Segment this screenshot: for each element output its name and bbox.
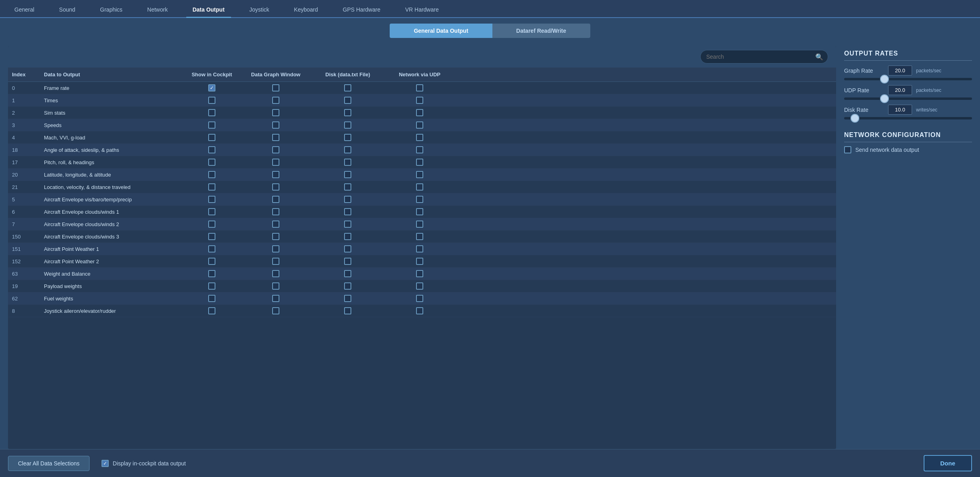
done-button[interactable]: Done — [924, 455, 972, 471]
checkbox-network[interactable] — [416, 109, 423, 116]
tab-data-output[interactable]: Data Output — [186, 3, 231, 18]
checkbox-network[interactable] — [416, 84, 423, 91]
checkbox-disk[interactable] — [344, 97, 351, 104]
graph-rate-input[interactable] — [888, 66, 912, 76]
checkbox-cockpit[interactable] — [208, 245, 215, 252]
tab-joystick[interactable]: Joystick — [243, 3, 276, 18]
tab-graphics[interactable]: Graphics — [94, 3, 129, 18]
checkbox-network[interactable] — [416, 221, 423, 228]
checkbox-graph[interactable] — [272, 171, 279, 178]
checkbox-network[interactable] — [416, 307, 423, 314]
send-network-checkbox[interactable] — [844, 146, 851, 153]
checkbox-network[interactable] — [416, 146, 423, 153]
checkbox-disk[interactable] — [344, 270, 351, 277]
checkbox-disk[interactable] — [344, 171, 351, 178]
checkbox-graph[interactable] — [272, 221, 279, 228]
checkbox-disk[interactable] — [344, 258, 351, 265]
checkbox-cockpit[interactable] — [208, 221, 215, 228]
checkbox-graph[interactable] — [272, 146, 279, 153]
checkbox-graph[interactable] — [272, 307, 279, 314]
checkbox-graph[interactable] — [272, 208, 279, 215]
checkbox-disk[interactable] — [344, 233, 351, 240]
checkbox-graph[interactable] — [272, 245, 279, 252]
subtab-general-data-output[interactable]: General Data Output — [390, 24, 492, 38]
checkbox-cockpit[interactable] — [208, 171, 215, 178]
checkbox-graph[interactable] — [272, 282, 279, 290]
checkbox-cockpit[interactable] — [208, 134, 215, 141]
checkbox-cockpit[interactable] — [208, 183, 215, 191]
checkbox-cockpit[interactable] — [208, 295, 215, 302]
checkbox-network[interactable] — [416, 159, 423, 166]
checkbox-cockpit[interactable] — [208, 282, 215, 290]
checkbox-disk[interactable] — [344, 121, 351, 129]
checkbox-cockpit[interactable] — [208, 146, 215, 153]
checkbox-graph[interactable] — [272, 159, 279, 166]
subtab-dataref-readwrite[interactable]: Dataref Read/Write — [492, 24, 590, 38]
checkbox-cockpit[interactable] — [208, 258, 215, 265]
tab-sound[interactable]: Sound — [53, 3, 82, 18]
checkbox-disk[interactable] — [344, 196, 351, 203]
checkbox-cockpit[interactable] — [208, 208, 215, 215]
checkbox-disk[interactable] — [344, 84, 351, 91]
checkbox-disk[interactable] — [344, 282, 351, 290]
udp-rate-input[interactable] — [888, 85, 912, 95]
disk-rate-slider-thumb[interactable] — [851, 114, 859, 123]
checkbox-cockpit[interactable] — [208, 97, 215, 104]
checkbox-network[interactable] — [416, 171, 423, 178]
display-cockpit-checkbox[interactable] — [102, 460, 109, 467]
checkbox-cockpit[interactable] — [208, 196, 215, 203]
graph-rate-slider-thumb[interactable] — [880, 75, 889, 83]
checkbox-network[interactable] — [416, 270, 423, 277]
checkbox-network[interactable] — [416, 295, 423, 302]
checkbox-graph[interactable] — [272, 121, 279, 129]
checkbox-disk[interactable] — [344, 245, 351, 252]
disk-rate-input[interactable] — [888, 105, 912, 115]
checkbox-cockpit[interactable] — [208, 109, 215, 116]
checkbox-disk[interactable] — [344, 109, 351, 116]
checkbox-disk[interactable] — [344, 146, 351, 153]
checkbox-disk[interactable] — [344, 221, 351, 228]
checkbox-network[interactable] — [416, 183, 423, 191]
checkbox-graph[interactable] — [272, 270, 279, 277]
tab-vr-hardware[interactable]: VR Hardware — [399, 3, 445, 18]
udp-rate-slider-track[interactable] — [844, 97, 972, 100]
checkbox-graph[interactable] — [272, 183, 279, 191]
checkbox-graph[interactable] — [272, 84, 279, 91]
checkbox-cockpit[interactable] — [208, 233, 215, 240]
clear-all-button[interactable]: Clear All Data Selections — [8, 456, 90, 471]
checkbox-graph[interactable] — [272, 97, 279, 104]
checkbox-disk[interactable] — [344, 307, 351, 314]
checkbox-disk[interactable] — [344, 134, 351, 141]
checkbox-graph[interactable] — [272, 258, 279, 265]
checkbox-network[interactable] — [416, 233, 423, 240]
checkbox-graph[interactable] — [272, 134, 279, 141]
checkbox-graph[interactable] — [272, 109, 279, 116]
checkbox-network[interactable] — [416, 258, 423, 265]
checkbox-cockpit[interactable] — [208, 307, 215, 314]
checkbox-cockpit[interactable] — [208, 121, 215, 129]
tab-network[interactable]: Network — [141, 3, 174, 18]
tab-keyboard[interactable]: Keyboard — [288, 3, 325, 18]
disk-rate-slider-track[interactable] — [844, 117, 972, 119]
checkbox-disk[interactable] — [344, 183, 351, 191]
checkbox-graph[interactable] — [272, 233, 279, 240]
checkbox-disk[interactable] — [344, 159, 351, 166]
checkbox-network[interactable] — [416, 245, 423, 252]
checkbox-network[interactable] — [416, 196, 423, 203]
checkbox-graph[interactable] — [272, 295, 279, 302]
checkbox-network[interactable] — [416, 208, 423, 215]
checkbox-disk[interactable] — [344, 295, 351, 302]
checkbox-cockpit[interactable] — [208, 159, 215, 166]
checkbox-disk[interactable] — [344, 208, 351, 215]
checkbox-cockpit[interactable] — [208, 270, 215, 277]
checkbox-cockpit[interactable] — [208, 84, 215, 91]
checkbox-graph[interactable] — [272, 196, 279, 203]
tab-gps-hardware[interactable]: GPS Hardware — [337, 3, 387, 18]
checkbox-network[interactable] — [416, 134, 423, 141]
udp-rate-slider-thumb[interactable] — [880, 94, 889, 103]
graph-rate-slider-track[interactable] — [844, 78, 972, 80]
tab-general[interactable]: General — [8, 3, 41, 18]
checkbox-network[interactable] — [416, 97, 423, 104]
search-input[interactable] — [700, 50, 828, 64]
checkbox-network[interactable] — [416, 282, 423, 290]
